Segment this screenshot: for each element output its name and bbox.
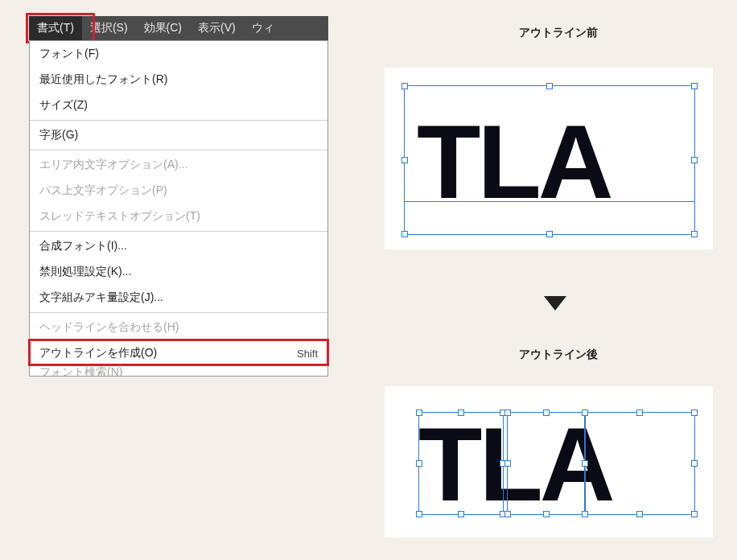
- handle[interactable]: [416, 410, 422, 416]
- handle-top-right[interactable]: [691, 83, 698, 89]
- menu-separator: [30, 312, 327, 313]
- dd-item-label: 字形(G): [39, 128, 78, 142]
- handle[interactable]: [691, 460, 698, 467]
- glyph-box-a[interactable]: [584, 412, 695, 515]
- handle[interactable]: [691, 410, 698, 416]
- sample-text-before[interactable]: TLA: [417, 109, 611, 214]
- handle-mid-left[interactable]: [401, 157, 408, 163]
- handle[interactable]: [582, 460, 588, 467]
- dd-item-label: 合成フォント(I)...: [39, 239, 127, 253]
- handle-mid-right[interactable]: [691, 157, 698, 163]
- dd-item[interactable]: 禁則処理設定(K)...: [30, 259, 327, 285]
- menu-separator: [30, 150, 327, 150]
- dd-item[interactable]: サイズ(Z): [30, 93, 327, 118]
- dd-item-label: フォント検索(N): [39, 366, 122, 376]
- dd-item[interactable]: 文字組みアキ量設定(J)...: [30, 285, 327, 311]
- dd-item-label: フォント(F): [39, 47, 99, 61]
- handle[interactable]: [416, 511, 422, 517]
- dd-item-label: ヘッドラインを合わせる(H): [39, 320, 179, 335]
- handle[interactable]: [458, 410, 464, 416]
- handle[interactable]: [543, 410, 550, 416]
- handle-top-left[interactable]: [401, 83, 408, 89]
- artboard-before: TLA: [385, 68, 713, 249]
- dd-item[interactable]: 字形(G): [30, 122, 327, 148]
- dd-item-label: 禁則処理設定(K)...: [39, 265, 131, 279]
- glyph-box-t[interactable]: [418, 412, 504, 515]
- dd-item: パス上文字オプション(P): [30, 178, 327, 204]
- dd-item[interactable]: 合成フォント(I)...: [30, 233, 327, 259]
- handle[interactable]: [582, 410, 588, 416]
- handle-bot-right[interactable]: [691, 231, 698, 237]
- dd-item[interactable]: 最近使用したフォント(R): [30, 67, 327, 93]
- dd-item-label: 文字組みアキ量設定(J)...: [39, 290, 163, 305]
- dd-item[interactable]: アウトラインを作成(O)Shift: [30, 340, 327, 366]
- handle-bot-left[interactable]: [401, 231, 408, 237]
- down-arrow-icon: [544, 296, 566, 311]
- handle[interactable]: [636, 511, 643, 517]
- label-after-outline: アウトライン後: [478, 348, 639, 362]
- dd-item-label: エリア内文字オプション(A)...: [39, 158, 187, 172]
- dd-item-label: アウトラインを作成(O): [39, 346, 157, 360]
- menu-separator: [30, 231, 327, 232]
- handle[interactable]: [543, 511, 550, 517]
- handle[interactable]: [582, 511, 588, 517]
- dd-item[interactable]: フォント(F): [30, 41, 327, 67]
- menu-type[interactable]: 書式(T): [29, 16, 82, 40]
- handle-top-mid[interactable]: [546, 83, 553, 89]
- handle[interactable]: [504, 410, 511, 416]
- handle-bot-mid[interactable]: [546, 231, 553, 237]
- glyph-box-l[interactable]: [507, 412, 586, 515]
- menu-effect[interactable]: 効果(C): [136, 16, 190, 40]
- handle[interactable]: [504, 460, 511, 467]
- type-menu-dropdown: フォント(F)最近使用したフォント(R)サイズ(Z)字形(G)エリア内文字オプシ…: [29, 40, 328, 377]
- handle[interactable]: [691, 511, 698, 517]
- menu-select[interactable]: 選択(S): [82, 16, 136, 40]
- menu-window[interactable]: ウィ: [244, 16, 282, 40]
- dd-item-shortcut: Shift: [297, 348, 318, 360]
- artboard-after: TLA: [385, 386, 713, 537]
- handle[interactable]: [458, 511, 464, 517]
- dd-item-label: サイズ(Z): [39, 98, 88, 113]
- dd-item-label: パス上文字オプション(P): [39, 183, 167, 198]
- label-before-outline: アウトライン前: [478, 26, 639, 40]
- menubar: 書式(T) 選択(S) 効果(C) 表示(V) ウィ: [29, 16, 328, 40]
- dd-item-label: スレッドテキストオプション(T): [39, 209, 200, 224]
- dd-item-label: 最近使用したフォント(R): [39, 72, 167, 87]
- handle[interactable]: [504, 511, 511, 517]
- dd-item: スレッドテキストオプション(T): [30, 204, 327, 229]
- dd-item: エリア内文字オプション(A)...: [30, 152, 327, 178]
- handle[interactable]: [416, 460, 422, 467]
- handle[interactable]: [636, 410, 643, 416]
- menu-view[interactable]: 表示(V): [190, 16, 244, 40]
- dd-item: ヘッドラインを合わせる(H): [30, 315, 327, 340]
- dd-item-cutoff: フォント検索(N): [30, 366, 327, 376]
- menu-separator: [30, 120, 327, 121]
